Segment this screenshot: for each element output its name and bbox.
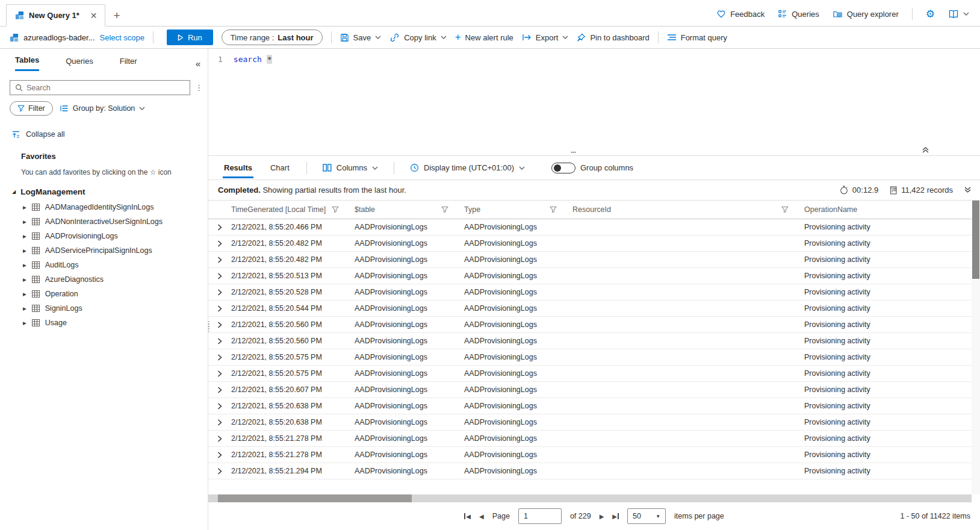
chevron-down-icon[interactable]: [562, 36, 568, 39]
table-item[interactable]: ▶ AzureDiagnostics: [0, 272, 208, 287]
expand-results-icon[interactable]: [964, 187, 972, 193]
table-row[interactable]: 2/12/2021, 8:55:21.278 PM AADProvisionin…: [208, 447, 972, 463]
collapse-editor-icon[interactable]: [922, 146, 929, 153]
table-row[interactable]: 2/12/2021, 8:55:20.638 PM AADProvisionin…: [208, 398, 972, 414]
expand-triangle-icon[interactable]: ▶: [23, 263, 26, 268]
table-row[interactable]: 2/12/2021, 8:55:20.638 PM AADProvisionin…: [208, 414, 972, 431]
expand-row-icon[interactable]: [217, 370, 222, 377]
next-page-button[interactable]: ▶: [600, 513, 604, 520]
query-editor[interactable]: 1search * ⋯: [208, 49, 980, 156]
table-row[interactable]: 2/12/2021, 8:55:21.294 PM AADProvisionin…: [208, 463, 972, 479]
table-row[interactable]: 2/12/2021, 8:55:20.560 PM AADProvisionin…: [208, 333, 972, 349]
format-query-button[interactable]: Format query: [667, 33, 727, 42]
filter-funnel-icon[interactable]: [781, 206, 789, 213]
table-item[interactable]: ▶ Usage: [0, 316, 208, 330]
group-by-selector[interactable]: Group by: Solution: [60, 104, 146, 113]
expand-row-icon[interactable]: [217, 338, 222, 344]
tab-results[interactable]: Results: [223, 157, 253, 178]
horizontal-scrollbar[interactable]: [208, 494, 972, 502]
queries-button[interactable]: Queries: [778, 9, 819, 19]
column-header[interactable]: TimeGenerated [Local Time]: [231, 205, 355, 214]
expand-row-icon[interactable]: [217, 224, 222, 231]
table-row[interactable]: 2/12/2021, 8:55:20.482 PM AADProvisionin…: [208, 235, 972, 252]
expand-row-icon[interactable]: [217, 387, 222, 393]
expand-row-icon[interactable]: [217, 403, 222, 410]
query-tab[interactable]: New Query 1* ✕: [6, 4, 105, 26]
editor-resize-handle[interactable]: ⋯: [571, 147, 577, 157]
expand-row-icon[interactable]: [217, 289, 222, 296]
table-row[interactable]: 2/12/2021, 8:55:20.513 PM AADProvisionin…: [208, 268, 972, 284]
table-item[interactable]: ▶ SigninLogs: [0, 301, 208, 316]
expand-triangle-icon[interactable]: ▶: [23, 277, 26, 282]
filter-funnel-icon[interactable]: [332, 206, 339, 213]
expand-row-icon[interactable]: [217, 322, 222, 328]
filter-funnel-icon[interactable]: [441, 206, 448, 213]
table-row[interactable]: 2/12/2021, 8:55:20.575 PM AADProvisionin…: [208, 366, 972, 382]
pin-to-dashboard-button[interactable]: Pin to dashboard: [577, 33, 649, 42]
columns-selector[interactable]: Columns: [323, 163, 378, 172]
expand-triangle-icon[interactable]: ▶: [23, 306, 26, 311]
expand-row-icon[interactable]: [217, 257, 222, 263]
column-header[interactable]: OperationName: [804, 205, 972, 214]
settings-button[interactable]: ⚙: [926, 9, 935, 19]
table-row[interactable]: 2/12/2021, 8:55:20.528 PM AADProvisionin…: [208, 284, 972, 301]
docs-button[interactable]: [948, 10, 969, 19]
tab-queries[interactable]: Queries: [66, 57, 93, 70]
new-alert-rule-button[interactable]: + New alert rule: [455, 31, 513, 43]
table-row[interactable]: 2/12/2021, 8:55:20.466 PM AADProvisionin…: [208, 219, 972, 235]
first-page-button[interactable]: ◀: [464, 513, 471, 520]
table-row[interactable]: 2/12/2021, 8:55:20.560 PM AADProvisionin…: [208, 317, 972, 333]
table-item[interactable]: ▶ AADManagedIdentitySignInLogs: [0, 200, 208, 214]
expand-row-icon[interactable]: [217, 435, 222, 442]
expand-triangle-icon[interactable]: ▶: [23, 292, 26, 297]
save-button[interactable]: Save: [340, 33, 382, 42]
collapse-all-button[interactable]: Collapse all: [0, 116, 208, 139]
expand-triangle-icon[interactable]: ▶: [23, 320, 26, 326]
vertical-scrollbar[interactable]: [972, 201, 980, 494]
expand-triangle-icon[interactable]: ▶: [23, 234, 26, 239]
table-row[interactable]: 2/12/2021, 8:55:20.482 PM AADProvisionin…: [208, 252, 972, 268]
table-row[interactable]: 2/12/2021, 8:55:20.575 PM AADProvisionin…: [208, 349, 972, 366]
table-row[interactable]: 2/12/2021, 8:55:20.544 PM AADProvisionin…: [208, 301, 972, 317]
tab-tables[interactable]: Tables: [15, 55, 39, 71]
group-columns-toggle[interactable]: [551, 163, 575, 173]
expand-row-icon[interactable]: [217, 452, 222, 458]
table-item[interactable]: ▶ AuditLogs: [0, 258, 208, 272]
filter-button[interactable]: Filter: [10, 101, 53, 116]
collapse-sidebar-icon[interactable]: «: [196, 58, 200, 69]
page-number-input[interactable]: [518, 508, 562, 524]
new-tab-button[interactable]: +: [105, 9, 129, 26]
last-page-button[interactable]: ▶: [612, 513, 619, 520]
more-options-icon[interactable]: ⋮: [195, 83, 203, 92]
display-time-selector[interactable]: Display time (UTC+01:00): [410, 163, 525, 172]
time-range-picker[interactable]: Time range : Last hour: [222, 30, 323, 45]
search-input[interactable]: [26, 84, 185, 92]
feedback-button[interactable]: Feedback: [716, 9, 764, 19]
horizontal-scrollbar-thumb[interactable]: [218, 494, 412, 502]
expand-row-icon[interactable]: [217, 354, 222, 361]
vertical-scrollbar-thumb[interactable]: [972, 201, 979, 279]
tab-filter[interactable]: Filter: [120, 57, 137, 70]
table-row[interactable]: 2/12/2021, 8:55:20.607 PM AADProvisionin…: [208, 382, 972, 398]
export-button[interactable]: Export: [522, 33, 569, 42]
expand-row-icon[interactable]: [217, 305, 222, 312]
select-scope-link[interactable]: Select scope: [100, 33, 144, 42]
column-header[interactable]: $table: [355, 205, 464, 214]
table-item[interactable]: ▶ Operation: [0, 287, 208, 301]
expand-row-icon[interactable]: [217, 468, 222, 475]
run-button[interactable]: Run: [167, 30, 213, 45]
expand-triangle-icon[interactable]: ▶: [23, 219, 26, 225]
table-item[interactable]: ▶ AADNonInteractiveUserSignInLogs: [0, 214, 208, 229]
search-box[interactable]: [10, 80, 190, 95]
copy-link-button[interactable]: Copy link: [389, 33, 446, 42]
column-header[interactable]: ResourceId: [572, 205, 804, 214]
chevron-down-icon[interactable]: [441, 36, 447, 39]
expand-row-icon[interactable]: [217, 240, 222, 247]
close-tab-icon[interactable]: ✕: [90, 11, 98, 20]
table-item[interactable]: ▶ AADProvisioningLogs: [0, 229, 208, 243]
table-row[interactable]: 2/12/2021, 8:55:21.278 PM AADProvisionin…: [208, 431, 972, 447]
expand-row-icon[interactable]: [217, 419, 222, 426]
page-size-select[interactable]: 50 ▼: [627, 508, 666, 524]
expand-triangle-icon[interactable]: ▶: [23, 248, 26, 254]
chevron-down-icon[interactable]: [375, 36, 381, 39]
